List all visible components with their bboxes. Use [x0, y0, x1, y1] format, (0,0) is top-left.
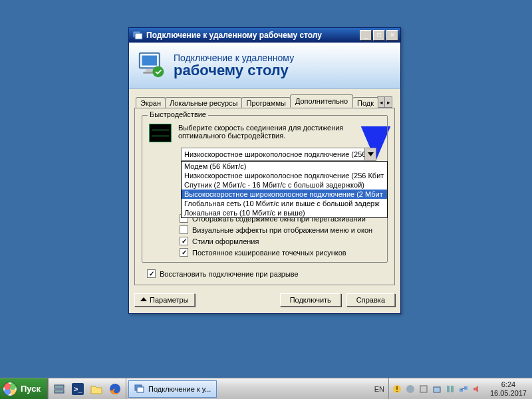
checkbox-bitmap-cache[interactable]	[180, 248, 188, 257]
close-button[interactable]: ×	[386, 30, 398, 41]
maximize-button[interactable]: □	[373, 30, 385, 41]
tab-panel-advanced: Быстродействие Выберите скорость соедине…	[134, 108, 395, 285]
label-visual-effects: Визуальные эффекты при отображении меню …	[192, 226, 372, 234]
tab-screen[interactable]: Экран	[136, 97, 166, 108]
taskbar: Пуск >_ Подключение к у... EN 6:24 16.05…	[0, 378, 532, 399]
svg-rect-13	[137, 387, 144, 392]
help-button[interactable]: Справка	[346, 293, 395, 307]
titlebar[interactable]: Подключение к удаленному рабочему столу …	[129, 28, 400, 43]
rdp-icon	[132, 30, 143, 41]
tab-programs[interactable]: Программы	[241, 97, 290, 108]
windows-orb-icon	[3, 382, 17, 396]
svg-point-6	[152, 66, 164, 77]
chevron-up-icon	[140, 297, 147, 303]
banner-line2: рабочему столу	[174, 62, 294, 79]
speed-option[interactable]: Локальная сеть (10 Мбит/с и выше)	[182, 208, 387, 217]
tray-generic-icon[interactable]	[405, 384, 416, 394]
speed-option[interactable]: Глобальная сеть (10 Мбит/с или выше с бо…	[182, 199, 387, 208]
options-button[interactable]: Параметры	[134, 293, 195, 307]
tab-scroll-right[interactable]: ▸	[384, 96, 392, 108]
start-button[interactable]: Пуск	[0, 378, 48, 399]
svg-text:>_: >_	[74, 385, 82, 393]
tray-network-icon[interactable]	[458, 384, 469, 394]
taskbar-clock[interactable]: 6:24 16.05.2017	[485, 380, 532, 397]
rdp-large-icon	[137, 51, 167, 80]
svg-point-15	[406, 385, 414, 393]
tray-options-icon[interactable]	[445, 384, 456, 394]
speed-option[interactable]: Модем (56 Кбит/с)	[182, 162, 387, 171]
ql-server-icon[interactable]	[51, 381, 68, 397]
speed-combobox[interactable]: Низкоскоростное широкополосное подключен…	[181, 148, 376, 161]
window-title: Подключение к удаленному рабочему столу	[146, 31, 360, 40]
group-perf-label: Быстродействие	[148, 110, 208, 118]
ql-powershell-icon[interactable]: >_	[69, 381, 86, 397]
language-indicator[interactable]: EN	[370, 378, 388, 399]
svg-rect-17	[434, 387, 440, 392]
checkbox-visual-effects[interactable]	[180, 225, 188, 234]
tab-strip: Экран Локальные ресурсы Программы Дополн…	[136, 94, 395, 108]
group-performance: Быстродействие Выберите скорость соедине…	[142, 115, 388, 263]
svg-rect-3	[142, 56, 158, 66]
minimize-button[interactable]: _	[360, 30, 372, 41]
tray-updates-icon[interactable]	[392, 384, 402, 394]
svg-rect-8	[55, 390, 64, 393]
speed-option[interactable]: Спутник (2 Мбит/с - 16 Мбит/с с большой …	[182, 180, 387, 190]
speed-dropdown: Модем (56 Кбит/с) Низкоскоростное широко…	[181, 161, 388, 218]
tab-local-resources[interactable]: Локальные ресурсы	[165, 97, 242, 108]
svg-rect-7	[55, 385, 64, 388]
checkbox-styles[interactable]	[180, 237, 188, 245]
label-reconnect: Восстановить подключение при разрыве	[160, 270, 299, 278]
speed-option[interactable]: Высокоскоростное широкополосное подключе…	[182, 190, 387, 199]
tray-generic-icon[interactable]	[418, 384, 429, 394]
performance-icon	[149, 124, 172, 142]
banner: Подключение к удаленному рабочему столу	[129, 43, 400, 89]
rdp-icon	[134, 384, 145, 394]
tray-sound-icon[interactable]	[471, 384, 482, 394]
svg-rect-18	[447, 386, 450, 392]
label-bitmap-cache: Постоянное кэширование точечных рисунков	[192, 249, 346, 257]
tray-generic-icon[interactable]	[432, 384, 442, 394]
svg-rect-19	[451, 386, 454, 392]
ql-explorer-icon[interactable]	[88, 381, 105, 397]
perf-hint: Выберите скорость соединения для достиже…	[178, 124, 380, 140]
chevron-down-icon[interactable]	[364, 148, 376, 160]
rdp-dialog: Подключение к удаленному рабочему столу …	[128, 27, 401, 314]
speed-option[interactable]: Низкоскоростное широкополосное подключен…	[182, 171, 387, 180]
combo-selected-text: Низкоскоростное широкополосное подключен…	[182, 150, 364, 158]
checkbox-reconnect[interactable]	[147, 269, 156, 278]
svg-rect-4	[146, 69, 153, 72]
system-tray	[388, 378, 485, 399]
quick-launch: >_	[48, 378, 126, 399]
taskbar-item-rdp[interactable]: Подключение к у...	[128, 380, 217, 398]
ql-firefox-icon[interactable]	[106, 381, 124, 397]
tab-advanced[interactable]: Дополнительно	[290, 94, 353, 108]
svg-rect-16	[420, 386, 427, 392]
svg-rect-1	[135, 33, 142, 39]
tab-connect[interactable]: Подк	[352, 97, 378, 108]
label-styles: Стили оформления	[192, 237, 259, 245]
connect-button[interactable]: Подключить	[280, 293, 341, 307]
